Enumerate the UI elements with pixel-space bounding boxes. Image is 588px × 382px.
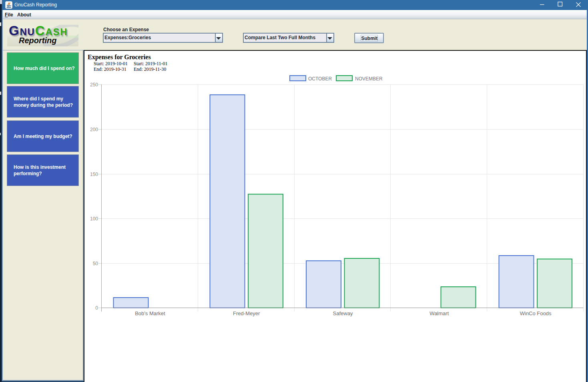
- svg-text:Start: 2019-10-01: Start: 2019-10-01: [94, 61, 128, 66]
- svg-text:OCTOBER: OCTOBER: [308, 76, 332, 82]
- svg-text:Safeway: Safeway: [333, 310, 353, 316]
- svg-text:200: 200: [90, 127, 98, 132]
- svg-text:End: 2019-10-31: End: 2019-10-31: [94, 66, 126, 72]
- svg-text:End: 2019-11-30: End: 2019-11-30: [134, 66, 166, 72]
- svg-text:NOVEMBER: NOVEMBER: [355, 76, 383, 82]
- svg-text:Fred-Meyer: Fred-Meyer: [233, 310, 260, 316]
- svg-text:150: 150: [90, 172, 98, 177]
- svg-text:50: 50: [93, 261, 98, 266]
- svg-text:Walmart: Walmart: [429, 310, 449, 316]
- svg-text:Expenses for Groceries: Expenses for Groceries: [88, 54, 151, 61]
- svg-text:250: 250: [90, 82, 98, 88]
- svg-text:100: 100: [90, 216, 98, 222]
- svg-text:WinCo Foods: WinCo Foods: [520, 310, 552, 316]
- svg-text:0: 0: [95, 305, 98, 311]
- svg-text:Start: 2019-11-01: Start: 2019-11-01: [134, 61, 168, 66]
- svg-text:Bob's Market: Bob's Market: [135, 310, 165, 316]
